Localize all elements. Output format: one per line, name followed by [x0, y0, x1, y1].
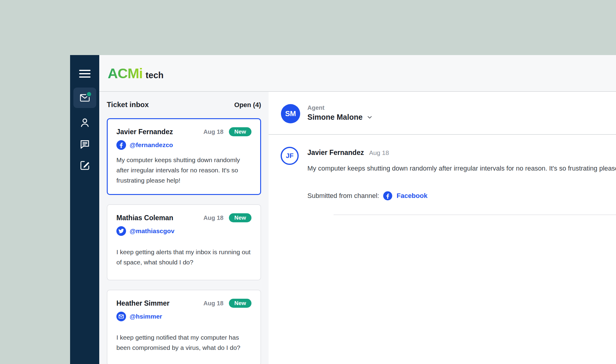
sidebar-item-compose[interactable]	[78, 159, 91, 172]
chevron-down-icon	[367, 115, 372, 120]
status-badge: New	[229, 127, 251, 136]
ticket-date: Aug 18	[203, 128, 223, 135]
customer-avatar: JF	[281, 147, 299, 165]
ticket-date: Aug 18	[203, 300, 223, 307]
agent-selector[interactable]: Simone Malone	[307, 113, 372, 122]
ticket-inbox-panel: Ticket inbox Open (4) Javier Fernandez A…	[99, 92, 269, 364]
ticket-panel-header: Ticket inbox Open (4)	[107, 100, 261, 109]
conversation-thread: JF Javier Fernandez Aug 18 My computer k…	[269, 135, 616, 364]
ticket-message: I keep getting notified that my computer…	[116, 332, 251, 353]
window-main: ACMi tech Ticket inbox Open (4) Javier F…	[99, 55, 616, 364]
ticket-date: Aug 18	[203, 214, 223, 221]
message-row: JF Javier Fernandez Aug 18 My computer k…	[281, 147, 616, 215]
agent-header: SM Agent Simone Malone Ti	[269, 92, 616, 135]
ticket-card[interactable]: Javier Fernandez Aug 18 New @fernandezco	[107, 118, 261, 195]
ticket-name: Mathias Coleman	[116, 214, 203, 222]
app-logo: ACMi tech	[108, 65, 164, 82]
ticket-message: My computer keeps shutting down randomly…	[116, 155, 251, 186]
agent-avatar: SM	[281, 104, 300, 123]
ticket-name: Javier Fernandez	[116, 128, 203, 136]
sidebar-item-chat[interactable]	[78, 137, 91, 151]
notification-dot	[86, 91, 92, 97]
panel-title: Ticket inbox	[107, 100, 149, 109]
app-window: ACMi tech Ticket inbox Open (4) Javier F…	[70, 55, 616, 364]
open-filter[interactable]: Open (4)	[234, 101, 261, 109]
twitter-icon	[116, 226, 126, 236]
menu-icon[interactable]	[79, 70, 91, 78]
agent-label: Agent	[307, 104, 372, 111]
facebook-icon	[383, 191, 392, 200]
ticket-handle-link[interactable]: @mathiascgov	[130, 227, 174, 235]
contacts-person-icon	[79, 117, 91, 128]
thread-divider	[334, 214, 616, 215]
sidebar-item-inbox[interactable]	[73, 88, 96, 108]
channel-link[interactable]: Facebook	[396, 192, 427, 200]
compose-icon	[79, 160, 91, 171]
agent-name: Simone Malone	[307, 113, 362, 122]
desktop-background: ACMi tech Ticket inbox Open (4) Javier F…	[0, 0, 616, 364]
message-date: Aug 18	[369, 149, 389, 156]
chat-bubble-icon	[79, 138, 91, 150]
conversation-panel: SM Agent Simone Malone Ti	[269, 92, 616, 364]
channel-row: Submitted from channel: Facebook	[307, 191, 616, 200]
status-badge: New	[229, 299, 251, 308]
ticket-handle-link[interactable]: @fernandezco	[130, 141, 173, 149]
email-icon	[116, 312, 126, 321]
status-badge: New	[229, 213, 251, 222]
sidebar-item-contacts[interactable]	[78, 116, 91, 129]
channel-label: Submitted from channel:	[307, 192, 379, 200]
ticket-name: Heather Simmer	[116, 299, 203, 307]
ticket-message: I keep getting alerts that my inbox is r…	[116, 247, 251, 267]
logo-text-secondary: tech	[146, 70, 164, 80]
ticket-handle-link[interactable]: @hsimmer	[130, 313, 162, 320]
logo-text-primary: ACMi	[108, 65, 143, 82]
message-author: Javier Fernandez	[307, 149, 364, 157]
topbar: ACMi tech	[99, 55, 616, 92]
sidebar	[70, 55, 99, 364]
facebook-icon	[116, 140, 126, 150]
message-text: My computer keeps shutting down randomly…	[307, 165, 616, 172]
ticket-card[interactable]: Heather Simmer Aug 18 New @hsi	[107, 290, 261, 364]
ticket-card[interactable]: Mathias Coleman Aug 18 New @mathiascgov	[107, 204, 261, 280]
content-area: Ticket inbox Open (4) Javier Fernandez A…	[99, 92, 616, 364]
